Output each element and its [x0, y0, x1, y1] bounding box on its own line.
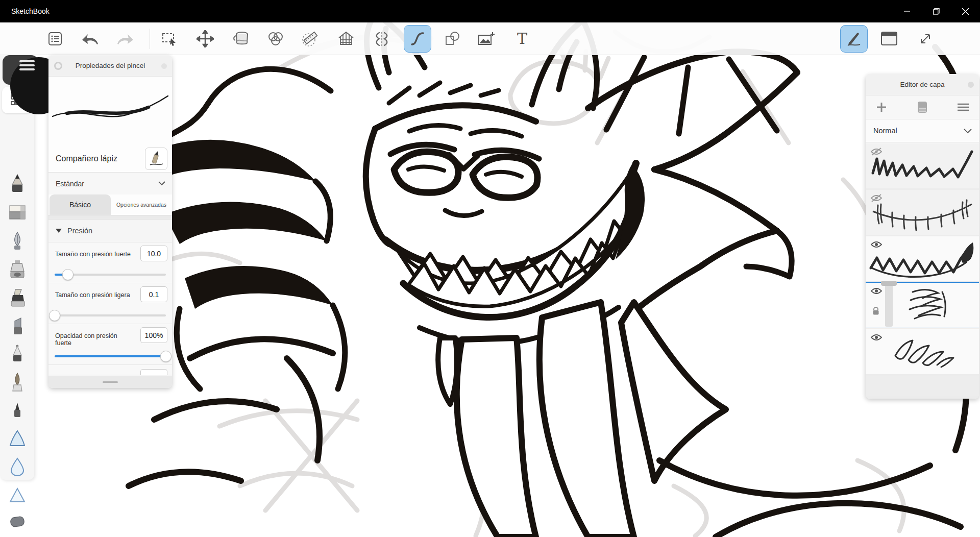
- brush-thumbnail-box[interactable]: [145, 148, 167, 170]
- layer-actions-row: [866, 95, 979, 119]
- layer-visibility-on-icon[interactable]: [870, 287, 883, 295]
- selection-icon: [161, 31, 178, 47]
- tool-smear[interactable]: [5, 483, 30, 507]
- slider-opacity-hard: Opacidad con presión fuerte 100%: [48, 324, 172, 364]
- layer-row-6-clipped[interactable]: [866, 376, 979, 396]
- layer-thumbnail: [866, 329, 979, 374]
- selection-button[interactable]: [158, 28, 181, 50]
- slider-value-box[interactable]: 0.1: [140, 286, 167, 302]
- perspective-guides-icon: [337, 30, 355, 47]
- slider-thumb[interactable]: [62, 269, 74, 280]
- slider-track[interactable]: [55, 351, 166, 362]
- layer-stack-button[interactable]: [909, 95, 936, 119]
- tab-basic-label: Básico: [69, 201, 91, 209]
- brush-mode-button[interactable]: [840, 25, 868, 53]
- tool-soft-eraser[interactable]: [5, 509, 30, 534]
- redo-button[interactable]: [114, 28, 136, 50]
- text-tool-button[interactable]: T: [511, 28, 533, 50]
- triangle-outline-icon: [9, 487, 26, 503]
- predictive-stroke-button[interactable]: [404, 25, 431, 53]
- slider-value-box[interactable]: 100%: [140, 327, 167, 343]
- layer-visibility-on-icon[interactable]: [870, 240, 883, 249]
- color-editor-button[interactable]: [264, 28, 287, 50]
- fine-liner-icon: [11, 402, 23, 421]
- layer-opacity-handle[interactable]: [881, 281, 897, 286]
- layer-menu-button[interactable]: [949, 95, 977, 119]
- layer-opacity-slider[interactable]: [885, 284, 893, 327]
- panel-options-dot[interactable]: [161, 63, 167, 69]
- tool-ink-pen[interactable]: [5, 229, 30, 254]
- marker-icon: [9, 288, 26, 308]
- pencil-icon: [9, 174, 26, 194]
- minimize-button[interactable]: [895, 0, 919, 22]
- panel-options-dot[interactable]: [968, 82, 974, 88]
- tool-pencil[interactable]: [5, 172, 30, 196]
- layer-lock-icon[interactable]: [872, 306, 880, 315]
- layer-visibility-on-icon[interactable]: [870, 333, 883, 341]
- perspective-guides-button[interactable]: [335, 28, 357, 50]
- tool-airbrush[interactable]: [5, 257, 30, 282]
- title-bar: SketchBook: [0, 0, 980, 22]
- layer-row-2[interactable]: [866, 190, 979, 235]
- layer-row-4-selected[interactable]: [866, 283, 979, 328]
- minimize-icon: [904, 8, 910, 14]
- fill-bucket-button[interactable]: [230, 28, 253, 50]
- layer-visibility-off-icon[interactable]: [870, 194, 883, 202]
- tool-ballpoint[interactable]: [5, 342, 30, 367]
- layout-grid-button[interactable]: [44, 28, 66, 50]
- tool-marker[interactable]: [5, 286, 30, 310]
- tool-paintbrush[interactable]: [5, 371, 30, 395]
- close-icon: [962, 8, 969, 15]
- pressure-section-header[interactable]: Presión: [48, 219, 172, 242]
- layer-panel-header[interactable]: Editor de capa: [866, 74, 979, 95]
- chevron-down-icon: [963, 128, 972, 134]
- fullscreen-button[interactable]: [914, 28, 937, 50]
- layer-row-5[interactable]: [866, 329, 979, 374]
- tool-chisel-tip[interactable]: [5, 314, 30, 339]
- ink-pen-icon: [10, 231, 24, 252]
- layer-thumbnail: [866, 190, 979, 235]
- shapes-icon: [444, 30, 461, 47]
- undo-icon: [81, 31, 100, 46]
- smudge-triangle-icon: [8, 429, 27, 448]
- transform-move-button[interactable]: [194, 28, 216, 50]
- slider-track[interactable]: [55, 269, 166, 280]
- shapes-button[interactable]: [442, 28, 464, 50]
- tab-basic[interactable]: Básico: [50, 194, 111, 215]
- sketchbook-app: SketchBook: [0, 0, 980, 537]
- restore-button[interactable]: [924, 0, 948, 22]
- slider-thumb[interactable]: [49, 310, 60, 321]
- slider-value-box[interactable]: 10.0: [140, 246, 167, 261]
- brush-preset-dropdown[interactable]: Estándar: [48, 172, 172, 194]
- layer-visibility-off-icon[interactable]: [870, 148, 883, 156]
- interface-window-button[interactable]: [878, 28, 900, 50]
- layer-editor-panel: Editor de capa: [866, 74, 979, 399]
- symmetry-button[interactable]: [371, 28, 393, 50]
- tool-blend-water[interactable]: [5, 454, 30, 479]
- blend-mode-dropdown[interactable]: Normal: [866, 119, 979, 142]
- layer-row-3[interactable]: [866, 236, 979, 281]
- redo-icon: [116, 31, 134, 46]
- undo-button[interactable]: [79, 28, 102, 50]
- import-image-button[interactable]: [475, 28, 498, 50]
- import-image-icon: [477, 31, 496, 47]
- ruler-button[interactable]: [299, 28, 321, 50]
- tool-smudge[interactable]: [5, 426, 30, 451]
- tab-advanced[interactable]: Opciones avanzadas: [111, 194, 172, 215]
- panel-pin-icon[interactable]: [54, 62, 62, 70]
- layer-thumbnail: [866, 236, 979, 281]
- slider-thumb[interactable]: [160, 351, 172, 362]
- slider-rail: [55, 314, 166, 316]
- tool-fine-liner[interactable]: [5, 399, 30, 424]
- panel-resize-handle[interactable]: [48, 376, 172, 388]
- chevron-down-icon: [158, 181, 166, 186]
- add-layer-button[interactable]: [868, 95, 895, 119]
- brush-name: Compañero lápiz: [56, 154, 117, 163]
- slider-track[interactable]: [55, 310, 166, 321]
- hamburger-menu-icon: [957, 103, 969, 112]
- puck-menu-icon: [19, 68, 35, 70]
- brush-panel-header[interactable]: Propiedades del pincel: [48, 55, 172, 77]
- layer-row-1[interactable]: [866, 143, 979, 188]
- close-button[interactable]: [953, 0, 977, 22]
- tool-eraser[interactable]: [5, 200, 30, 225]
